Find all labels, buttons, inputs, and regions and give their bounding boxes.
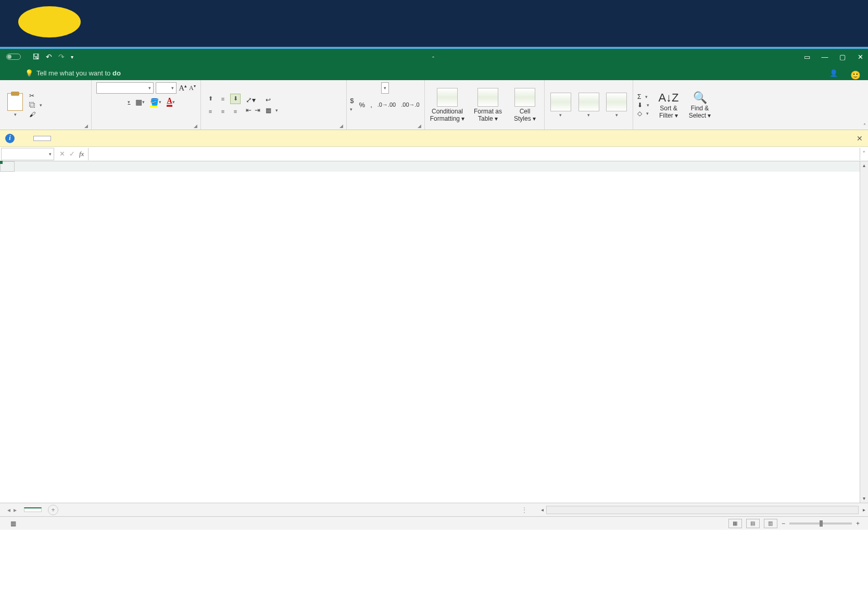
sheet-nav-prev-icon[interactable]: ◂	[7, 506, 10, 514]
increase-font-icon[interactable]: A▴	[179, 83, 187, 93]
feedback-smile-icon[interactable]: 🙂	[846, 70, 865, 80]
comma-button[interactable]: ,	[370, 101, 372, 109]
increase-indent-button[interactable]: ⇥	[255, 106, 260, 114]
sort-icon: A↓Z	[655, 91, 683, 105]
scroll-down-icon[interactable]: ▾	[860, 494, 868, 503]
sheet-nav-next-icon[interactable]: ▸	[14, 506, 17, 514]
normal-view-button[interactable]: ▦	[728, 519, 742, 528]
ribbon-group-clipboard: ▾ ✂ ⿻ ▾ 🖌 ◢	[0, 80, 92, 130]
fx-icon[interactable]: fx	[79, 150, 84, 158]
hscroll-left-icon[interactable]: ◂	[538, 507, 546, 513]
page-break-view-button[interactable]: ▥	[764, 519, 777, 528]
share-button[interactable]: 👤	[824, 66, 846, 80]
delete-icon	[578, 93, 599, 111]
copy-button[interactable]: ⿻ ▾	[29, 101, 42, 109]
undo-icon[interactable]: ↶	[46, 53, 52, 61]
autosave-toggle[interactable]	[4, 54, 23, 60]
format-painter-button[interactable]: 🖌	[29, 111, 42, 118]
cancel-formula-icon[interactable]: ✕	[59, 150, 65, 158]
align-bottom-button[interactable]: ⬇	[230, 94, 241, 104]
cut-button[interactable]: ✂	[29, 92, 42, 99]
cell-styles-button[interactable]: CellStyles ▾	[510, 88, 539, 122]
clear-button[interactable]: ◇ ▾	[637, 110, 649, 117]
wrap-text-button[interactable]: ↩	[266, 96, 278, 104]
percent-button[interactable]: %	[359, 101, 366, 109]
expand-formula-bar-icon[interactable]: ˅	[860, 148, 868, 160]
zoom-in-button[interactable]: +	[856, 520, 860, 527]
add-sheet-button[interactable]: +	[48, 505, 58, 515]
merge-center-button[interactable]: ▦ ▾	[266, 107, 278, 114]
paste-icon	[7, 93, 23, 111]
redo-icon[interactable]: ↷	[58, 53, 65, 61]
decrease-indent-button[interactable]: ⇤	[246, 106, 251, 114]
decrease-decimal-button[interactable]: .00→.0	[401, 101, 419, 108]
decrease-font-icon[interactable]: A▾	[189, 84, 196, 92]
find-select-button[interactable]: 🔍Find &Select ▾	[686, 91, 714, 119]
format-as-table-button[interactable]: Format asTable ▾	[470, 88, 506, 122]
excel-titlebar: 🖫 ↶ ↷ ▾ - ▭ — ▢ ✕	[0, 49, 868, 65]
maximize-icon[interactable]: ▢	[839, 53, 846, 60]
font-size-select[interactable]: ▾	[156, 82, 177, 94]
ribbon-tabs: 💡 Tell me what you want to do 👤 🙂	[0, 65, 868, 80]
font-color-button[interactable]: A ▾	[167, 97, 174, 107]
brush-icon: 🖌	[29, 111, 35, 118]
wrap-icon: ↩	[266, 96, 271, 104]
page-layout-view-button[interactable]: ▤	[746, 519, 760, 528]
paste-button[interactable]: ▾	[4, 93, 26, 117]
insert-icon	[550, 93, 571, 111]
status-bar: ▦ ▦ ▤ ▥ − +	[0, 516, 868, 530]
sort-filter-button[interactable]: A↓ZSort &Filter ▾	[655, 91, 683, 119]
enter-formula-icon[interactable]: ✓	[69, 150, 75, 158]
minimize-icon[interactable]: —	[821, 53, 828, 60]
fill-down-icon: ⬇	[637, 101, 643, 109]
zoom-slider[interactable]	[789, 522, 852, 525]
name-box[interactable]: ▾	[1, 148, 54, 160]
sheet-tab-sheet1[interactable]	[24, 507, 42, 512]
macro-record-icon[interactable]: ▦	[10, 520, 16, 527]
align-top-button[interactable]: ⬆	[205, 94, 216, 104]
tell-me-search[interactable]: 💡 Tell me what you want to do	[18, 66, 128, 80]
fill-button[interactable]: ⬇ ▾	[637, 101, 649, 109]
tab-file[interactable]	[3, 74, 18, 80]
increase-decimal-button[interactable]: .0→.00	[378, 101, 396, 108]
underline-button[interactable]: ▾	[128, 99, 130, 105]
align-middle-button[interactable]: ≡	[218, 94, 228, 104]
select-all-corner[interactable]	[0, 161, 15, 172]
number-format-select[interactable]: ▾	[381, 82, 389, 94]
spreadsheet-grid[interactable]: ▴ ▾	[0, 161, 868, 503]
merge-icon: ▦	[266, 107, 271, 114]
format-cells-button[interactable]: ▾	[605, 93, 628, 118]
sigma-icon: Σ	[637, 93, 641, 100]
lightbulb-icon: 💡	[25, 69, 33, 77]
ribbon-group-alignment: ⬆ ≡ ⬇ ≡ ≡ ≡ ⤢▾ ⇤ ⇥ ↩ ▦ ▾ ◢	[201, 80, 347, 130]
hscroll-right-icon[interactable]: ▸	[860, 507, 868, 513]
orientation-button[interactable]: ⤢▾	[246, 96, 260, 104]
vertical-scrollbar[interactable]: ▴ ▾	[860, 161, 868, 503]
fill-color-button[interactable]: 🪣 ▾	[150, 98, 161, 106]
horizontal-scrollbar[interactable]	[546, 506, 859, 514]
update-notification-bar: i ✕	[0, 130, 868, 147]
accounting-button[interactable]: $ ▾	[350, 97, 354, 112]
scroll-up-icon[interactable]: ▴	[860, 161, 868, 170]
insert-cells-button[interactable]: ▾	[549, 93, 573, 118]
align-left-button[interactable]: ≡	[205, 106, 216, 117]
close-notification-icon[interactable]: ✕	[857, 134, 863, 143]
update-now-button[interactable]	[33, 136, 51, 141]
ribbon-group-number: ▾ $ ▾ % , .0→.00 .00→.0 ◢	[347, 80, 425, 130]
save-icon[interactable]: 🖫	[32, 53, 40, 61]
zoom-out-button[interactable]: −	[782, 520, 785, 527]
info-icon: i	[5, 134, 15, 143]
tutorial-banner	[0, 0, 868, 47]
format-table-icon	[477, 88, 498, 107]
close-icon[interactable]: ✕	[857, 53, 864, 60]
align-center-button[interactable]: ≡	[218, 106, 228, 117]
collapse-ribbon-icon[interactable]: ˄	[863, 123, 866, 129]
borders-button[interactable]: ▦ ▾	[135, 98, 145, 106]
formula-input[interactable]	[89, 148, 860, 160]
align-right-button[interactable]: ≡	[230, 106, 241, 117]
font-name-select[interactable]: ▾	[96, 82, 154, 94]
autosum-button[interactable]: Σ ▾	[637, 93, 649, 100]
ribbon-display-icon[interactable]: ▭	[803, 53, 811, 60]
delete-cells-button[interactable]: ▾	[577, 93, 601, 118]
conditional-formatting-button[interactable]: ConditionalFormatting ▾	[429, 88, 466, 122]
